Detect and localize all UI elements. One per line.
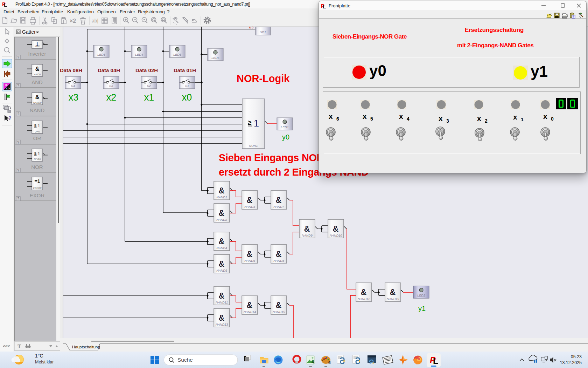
svg-text:NOR: NOR	[31, 164, 43, 170]
svg-text:T: T	[18, 343, 21, 349]
svg-text:NAND12: NAND12	[358, 297, 370, 301]
svg-text:05:23: 05:23	[571, 354, 582, 359]
svg-text:Suche: Suche	[177, 357, 193, 363]
svg-text:NOR1: NOR1	[249, 144, 258, 148]
svg-text:x1: x1	[144, 92, 154, 103]
svg-text:?: ?	[17, 55, 19, 59]
svg-text:NAND11: NAND11	[216, 301, 228, 304]
svg-text:5: 5	[370, 116, 373, 122]
svg-text:Inverter: Inverter	[28, 51, 46, 57]
svg-text:NAND15: NAND15	[273, 310, 286, 314]
svg-text:Meist klar: Meist klar	[35, 360, 54, 364]
svg-text:OR0: OR0	[35, 130, 40, 133]
svg-text:OR: OR	[33, 135, 41, 141]
svg-text:≥: ≥	[248, 119, 251, 126]
svg-text:EXOR: EXOR	[30, 192, 45, 198]
svg-text:NAND4: NAND4	[216, 246, 227, 250]
svg-text:S4: S4	[71, 84, 75, 88]
svg-text:?: ?	[17, 84, 19, 88]
svg-text:L: L	[4, 2, 7, 7]
svg-text:Hauptschaltung: Hauptschaltung	[72, 345, 100, 349]
svg-text:x: x	[329, 112, 333, 120]
svg-text:NOR0: NOR0	[34, 158, 41, 161]
svg-text:Data 08H: Data 08H	[60, 67, 82, 73]
svg-text:INV0: INV0	[35, 45, 40, 48]
svg-text:S3: S3	[109, 84, 113, 88]
svg-text:Data 02H: Data 02H	[135, 67, 158, 73]
svg-text:NAND10: NAND10	[330, 234, 342, 237]
svg-text:≥: ≥	[34, 151, 36, 155]
svg-text:NAND6: NAND6	[244, 259, 255, 263]
svg-text:x: x	[439, 114, 443, 122]
svg-text:1: 1	[254, 118, 259, 129]
svg-text:=1: =1	[35, 178, 40, 184]
svg-text:HD1: HD1	[260, 30, 266, 34]
svg-text:S1: S1	[185, 84, 189, 88]
svg-text:NAND9: NAND9	[302, 234, 313, 237]
svg-text:?: ?	[17, 169, 19, 172]
svg-text:NAND2: NAND2	[216, 218, 227, 222]
svg-text:?: ?	[17, 141, 19, 144]
svg-text:?: ?	[17, 197, 19, 201]
svg-text:1: 1	[37, 122, 40, 128]
svg-text:NAND19: NAND19	[387, 297, 399, 301]
svg-text:1: 1	[37, 150, 40, 156]
svg-text:LED1: LED1	[281, 125, 289, 129]
svg-text:LED5: LED5	[173, 53, 182, 56]
svg-text:ab|: ab|	[92, 18, 98, 23]
svg-text:2: 2	[485, 118, 488, 124]
svg-text:x: x	[543, 112, 547, 120]
svg-text:LED3: LED3	[97, 53, 105, 56]
svg-text:NAND5: NAND5	[216, 269, 227, 272]
svg-text:L: L	[433, 356, 438, 366]
svg-text:EXOR0: EXOR0	[33, 187, 42, 189]
svg-text:4: 4	[312, 359, 314, 364]
svg-text:NAND0: NAND0	[33, 102, 42, 104]
svg-text:x3: x3	[69, 92, 79, 103]
svg-text:NAND7: NAND7	[273, 205, 285, 209]
svg-text:x: x	[513, 113, 517, 121]
svg-text:NAND: NAND	[30, 107, 45, 113]
svg-text:4: 4	[407, 116, 410, 122]
svg-text:HI: HI	[5, 84, 7, 86]
svg-text:≥: ≥	[34, 123, 36, 127]
svg-text:E3: E3	[249, 27, 254, 29]
svg-text:x0: x0	[182, 92, 192, 103]
svg-text:NAND1: NAND1	[216, 196, 227, 199]
svg-text:NOR-Logik: NOR-Logik	[237, 73, 290, 84]
svg-text:LED6: LED6	[211, 56, 219, 60]
svg-text:AND0: AND0	[34, 73, 41, 76]
svg-text:LO: LO	[6, 87, 10, 90]
svg-text:×2: ×2	[70, 18, 76, 24]
svg-text:y1: y1	[418, 305, 426, 312]
svg-text:3: 3	[446, 118, 449, 124]
svg-text:y0: y0	[282, 133, 289, 141]
svg-text:&: &	[35, 94, 40, 100]
svg-text:AND: AND	[31, 79, 43, 85]
svg-text:S2: S2	[147, 84, 151, 88]
svg-text:x: x	[363, 112, 367, 120]
svg-text:NAND8: NAND8	[273, 259, 284, 263]
svg-text:&: &	[35, 66, 40, 72]
svg-text:0: 0	[551, 116, 554, 122]
svg-text:LED4: LED4	[135, 53, 143, 56]
svg-text:x: x	[477, 114, 481, 122]
svg-text:Data 01H: Data 01H	[174, 67, 196, 73]
svg-text:Gatter: Gatter	[22, 29, 36, 35]
svg-text:Data 04H: Data 04H	[98, 67, 120, 73]
svg-text:NAND13: NAND13	[216, 323, 228, 326]
svg-text:?: ?	[8, 115, 12, 121]
svg-text:i: i	[535, 360, 536, 363]
svg-text:<<<: <<<	[3, 343, 10, 349]
svg-text:LED2: LED2	[417, 294, 425, 297]
svg-text:13.12.2025: 13.12.2025	[560, 360, 582, 365]
svg-text:6: 6	[336, 116, 339, 122]
svg-text:NAND14: NAND14	[244, 310, 256, 314]
svg-text:6: 6	[328, 360, 331, 365]
svg-text:x2: x2	[106, 92, 117, 103]
svg-text:1: 1	[521, 117, 524, 122]
svg-text:1°C: 1°C	[35, 353, 43, 359]
svg-text:?: ?	[17, 112, 19, 116]
svg-text:NAND3: NAND3	[244, 205, 255, 209]
svg-text:x: x	[399, 112, 403, 120]
